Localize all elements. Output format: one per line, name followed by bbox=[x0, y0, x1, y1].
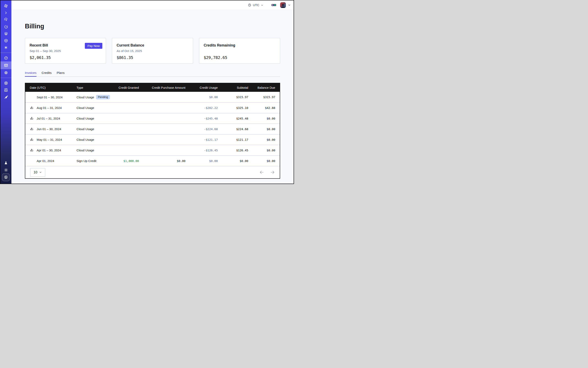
avatar-silhouette bbox=[280, 3, 286, 8]
sidebar-divider bbox=[0, 78, 11, 78]
tab-invoices[interactable]: Invoices bbox=[25, 71, 36, 76]
table-row: Jul 01 – 31, 2024 Cloud Usage -$245.48 $… bbox=[25, 113, 280, 124]
credit-usage-value: -$121.17 bbox=[185, 138, 217, 141]
invoice-date: Jun 01 – 30, 2024 bbox=[37, 127, 61, 131]
subtotal-value: $0.00 bbox=[218, 159, 248, 163]
invoice-type-cell: Sign Up Credit bbox=[76, 159, 110, 163]
invoice-date: May 01 – 31, 2024 bbox=[37, 138, 62, 141]
table-row: May 01 – 31, 2024 Cloud Usage -$121.17 $… bbox=[25, 134, 280, 145]
subtotal-value: $121.17 bbox=[218, 138, 248, 141]
sidebar-item-support[interactable] bbox=[0, 80, 11, 86]
main-content: Billing Recent Bill Sep 01 – Sep 30, 202… bbox=[11, 10, 294, 184]
current-balance-card: Current Balance As of Oct 15, 2025 $861.… bbox=[112, 38, 193, 64]
previous-page-button[interactable] bbox=[259, 170, 264, 175]
table-body: Sept 01 – 30, 2024 Cloud Usage Pending $… bbox=[25, 92, 280, 166]
credit-granted-value: $1,000.00 bbox=[110, 159, 139, 163]
sidebar-item-history[interactable] bbox=[0, 23, 11, 30]
sidebar-item-billing[interactable] bbox=[0, 61, 11, 69]
3d-glasses-icon bbox=[271, 2, 276, 8]
arrow-left-icon bbox=[259, 170, 264, 175]
card-subtitle: As of Oct 15, 2025 bbox=[117, 49, 188, 53]
pagination bbox=[259, 170, 275, 175]
invoice-date: Apr 01 – 30, 2024 bbox=[37, 148, 61, 152]
credit-usage-value: -$282.22 bbox=[185, 106, 217, 110]
fun-mode-button[interactable] bbox=[271, 2, 276, 8]
sidebar-item-getting-started[interactable] bbox=[0, 93, 11, 100]
sidebar-item-observe[interactable] bbox=[0, 16, 11, 23]
invoice-type: Cloud Usage bbox=[76, 138, 94, 141]
table-row: Sept 01 – 30, 2024 Cloud Usage Pending $… bbox=[25, 92, 280, 102]
invoice-date-cell: Jun 01 – 30, 2024 bbox=[25, 127, 76, 131]
table-row: Jun 01 – 30, 2024 Cloud Usage -$224.68 $… bbox=[25, 124, 280, 134]
download-icon bbox=[30, 106, 34, 110]
credit-usage-value: -$224.68 bbox=[185, 128, 217, 131]
sidebar-item-settings[interactable] bbox=[0, 69, 11, 76]
balance-due-value: $0.00 bbox=[248, 117, 280, 120]
chevron-down-icon bbox=[39, 171, 42, 174]
invoice-date-cell: Aug 01 – 31, 2024 bbox=[25, 106, 76, 110]
download-invoice-button[interactable] bbox=[30, 106, 34, 110]
card-title: Current Balance bbox=[117, 43, 188, 47]
download-invoice-button[interactable] bbox=[30, 148, 34, 152]
credit-usage-value: $0.00 bbox=[185, 95, 217, 99]
download-invoice-button[interactable] bbox=[30, 117, 34, 120]
subtotal-value: $224.68 bbox=[218, 128, 248, 131]
subtotal-value: $126.45 bbox=[218, 149, 248, 152]
sidebar-item-theme[interactable] bbox=[0, 166, 11, 173]
invoice-date-cell: Apr 01, 2024 bbox=[25, 159, 76, 163]
card-subtitle: Sep 01 – Sep 30, 2025 bbox=[30, 49, 101, 53]
table-row: Apr 01, 2024 Sign Up Credit $1,000.00 $0… bbox=[25, 156, 280, 166]
invoice-type: Cloud Usage bbox=[76, 106, 94, 110]
page-size-value: 10 bbox=[34, 170, 37, 174]
sun-icon bbox=[4, 168, 8, 172]
credits-remaining-card: Credits Remaining $29,782.65 bbox=[199, 38, 280, 64]
balance-due-value: $315.97 bbox=[248, 95, 280, 99]
sidebar-divider bbox=[0, 53, 11, 53]
invoice-type: Cloud Usage bbox=[76, 127, 94, 131]
invoice-type: Sign Up Credit bbox=[76, 159, 96, 163]
invoice-date-cell: Jul 01 – 31, 2024 bbox=[25, 117, 76, 120]
balance-due-value: $0.00 bbox=[248, 149, 280, 152]
lifebuoy-icon bbox=[4, 81, 8, 85]
timezone-label: UTC bbox=[253, 3, 259, 7]
arrow-right-icon bbox=[270, 170, 275, 175]
gear-icon bbox=[4, 71, 8, 75]
column-header-type: Type bbox=[76, 86, 110, 89]
invoices-table: Date (UTC) Type Credit Granted Credit Pu… bbox=[25, 83, 280, 179]
pay-now-button[interactable]: Pay Now bbox=[85, 43, 102, 49]
tab-plans[interactable]: Plans bbox=[57, 71, 65, 76]
account-menu-chevron-icon[interactable] bbox=[288, 4, 291, 7]
column-header-date: Date (UTC) bbox=[25, 86, 76, 89]
download-icon bbox=[30, 127, 34, 131]
status-badge: Pending bbox=[96, 95, 110, 99]
invoice-type-cell: Cloud Usage Pending bbox=[76, 95, 110, 99]
book-sparkles-icon bbox=[4, 88, 8, 92]
sidebar-item-expand[interactable] bbox=[0, 9, 11, 16]
table-row: Aug 01 – 31, 2024 Cloud Usage -$282.22 $… bbox=[25, 102, 280, 113]
orbit-logo[interactable] bbox=[0, 2, 11, 9]
invoice-type-cell: Cloud Usage bbox=[76, 106, 110, 110]
credits-promo-button[interactable] bbox=[2, 173, 10, 181]
invoice-type: Cloud Usage bbox=[76, 148, 94, 152]
download-invoice-button[interactable] bbox=[30, 127, 34, 131]
sidebar-item-labs[interactable] bbox=[0, 159, 11, 166]
timezone-selector[interactable]: UTC bbox=[248, 3, 263, 7]
next-page-button[interactable] bbox=[270, 170, 275, 175]
sidebar-item-docs[interactable] bbox=[0, 86, 11, 93]
invoice-date-cell: May 01 – 31, 2024 bbox=[25, 138, 76, 142]
sidebar-item-layers[interactable] bbox=[0, 30, 11, 37]
sidebar-item-instances[interactable] bbox=[0, 37, 11, 44]
tab-credits[interactable]: Credits bbox=[42, 71, 52, 76]
user-avatar[interactable] bbox=[280, 2, 286, 8]
billing-tabs: Invoices Credits Plans bbox=[25, 71, 280, 77]
download-invoice-button[interactable] bbox=[30, 138, 34, 142]
cube-icon bbox=[4, 38, 8, 43]
sidebar-item-services[interactable] bbox=[0, 44, 11, 51]
sidebar-item-usage[interactable] bbox=[0, 55, 11, 61]
chevron-right-icon bbox=[4, 11, 8, 15]
invoice-date-cell: Sept 01 – 30, 2024 bbox=[25, 95, 76, 99]
dollar-seal-icon bbox=[4, 175, 8, 180]
page-size-select[interactable]: 10 bbox=[30, 168, 45, 177]
subtotal-value: $325.10 bbox=[218, 106, 248, 110]
invoice-type-cell: Cloud Usage bbox=[76, 138, 110, 141]
